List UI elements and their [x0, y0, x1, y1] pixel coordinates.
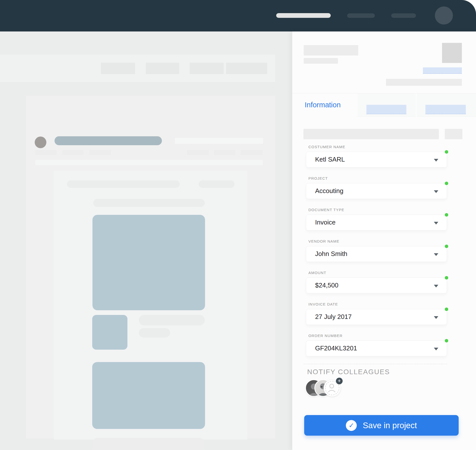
- document-meta-placeholder: [35, 150, 57, 155]
- panel-tabs: Information: [292, 93, 476, 117]
- document-line-placeholder: [35, 160, 263, 165]
- chevron-down-icon: [434, 316, 438, 319]
- valid-indicator-dot: [445, 213, 448, 217]
- header-thumbnail-placeholder: [442, 43, 462, 63]
- plus-icon: +: [336, 378, 343, 384]
- nav-item-placeholder[interactable]: [347, 13, 375, 18]
- document-meta-placeholder: [187, 150, 209, 155]
- document-toolbar: [0, 55, 275, 82]
- document-body: [54, 171, 247, 440]
- customer-name-select[interactable]: Ketl SARL: [306, 152, 447, 168]
- toolbar-placeholder: [190, 63, 224, 74]
- chevron-down-icon: [434, 348, 438, 350]
- app-window: Information COSTUMER NAME Ketl SARL PROJ…: [0, 0, 476, 450]
- document-workspace: [0, 31, 292, 450]
- field-label: ORDER NUMBER: [306, 334, 461, 338]
- text-line-placeholder: [199, 180, 235, 188]
- valid-indicator-dot: [445, 276, 448, 280]
- text-line-placeholder: [93, 199, 205, 207]
- form-group-amount: AMOUNT $24,500: [306, 271, 461, 300]
- details-side-panel: Information COSTUMER NAME Ketl SARL PROJ…: [292, 31, 476, 450]
- panel-header: [292, 31, 476, 93]
- header-link-placeholder[interactable]: [423, 67, 462, 74]
- thumbnail-placeholder: [92, 315, 127, 350]
- toolbar-placeholder: [146, 63, 179, 74]
- field-label: VENDOR NAME: [306, 239, 461, 243]
- add-colleague-button[interactable]: +: [324, 379, 341, 397]
- progress-bar-placeholder: [303, 129, 439, 139]
- tab-placeholder-2[interactable]: [358, 93, 416, 117]
- user-avatar[interactable]: [435, 6, 453, 25]
- document-type-value: Invoice: [315, 219, 335, 226]
- order-number-select[interactable]: GF204KL3201: [306, 340, 447, 356]
- invoice-date-value: 27 July 2017: [315, 313, 352, 321]
- top-navigation-bar: [0, 0, 476, 31]
- form-group-vendor-name: VENDOR NAME John Smith: [306, 239, 461, 269]
- form-group-document-type: DOCUMENT TYPE Invoice: [306, 208, 461, 237]
- notify-colleagues-heading: NOTIFY COLLEAGUES: [307, 368, 390, 376]
- order-number-value: GF204KL3201: [315, 344, 357, 352]
- amount-value: $24,500: [315, 281, 338, 289]
- save-button-label: Save in project: [363, 421, 417, 430]
- field-label: COSTUMER NAME: [306, 145, 461, 149]
- valid-indicator-dot: [445, 150, 448, 154]
- project-value: Accouting: [315, 187, 343, 195]
- text-line-placeholder: [139, 328, 170, 338]
- field-label: INVOICE DATE: [306, 302, 461, 306]
- valid-indicator-dot: [445, 308, 448, 311]
- document-title-placeholder: [55, 136, 162, 145]
- toolbar-placeholder: [226, 63, 267, 74]
- section-divider: [304, 364, 447, 364]
- amount-select[interactable]: $24,500: [306, 278, 447, 293]
- chevron-down-icon: [434, 159, 438, 162]
- toolbar-placeholder: [101, 63, 135, 74]
- invoice-date-select[interactable]: 27 July 2017: [306, 309, 447, 325]
- text-line-placeholder: [139, 315, 205, 325]
- field-label: AMOUNT: [306, 271, 461, 275]
- tab-label-placeholder: [425, 105, 466, 114]
- valid-indicator-dot: [445, 182, 448, 185]
- document-meta-placeholder: [62, 150, 84, 155]
- document-meta-placeholder: [89, 150, 111, 155]
- nav-item-active-placeholder[interactable]: [276, 13, 331, 18]
- tab-information[interactable]: Information: [292, 93, 357, 117]
- document-type-select[interactable]: Invoice: [306, 215, 447, 230]
- document-avatar-placeholder: [35, 137, 46, 148]
- save-in-project-button[interactable]: ✓ Save in project: [304, 415, 459, 436]
- document-meta-placeholder: [241, 150, 263, 155]
- project-select[interactable]: Accouting: [306, 183, 447, 199]
- document-page-preview: [26, 96, 275, 439]
- form-group-project: PROJECT Accouting: [306, 176, 461, 206]
- form-group-order-number: ORDER NUMBER GF204KL3201: [306, 334, 461, 363]
- text-block-placeholder: [93, 438, 204, 450]
- image-block-placeholder: [92, 362, 205, 429]
- vendor-name-select[interactable]: John Smith: [306, 246, 447, 262]
- text-line-placeholder: [67, 180, 180, 188]
- document-line-placeholder: [175, 138, 263, 144]
- form-group-invoice-date: INVOICE DATE 27 July 2017: [306, 302, 461, 332]
- header-subtitle-placeholder: [304, 58, 338, 64]
- customer-name-value: Ketl SARL: [315, 156, 345, 163]
- tab-label-placeholder: [366, 105, 406, 114]
- valid-indicator-dot: [445, 245, 448, 248]
- header-title-placeholder: [304, 45, 358, 56]
- chevron-down-icon: [434, 285, 438, 287]
- check-circle-icon: ✓: [346, 420, 357, 431]
- form-group-customer-name: COSTUMER NAME Ketl SARL: [306, 145, 461, 174]
- tab-information-label: Information: [305, 101, 341, 109]
- header-line-placeholder: [386, 79, 462, 86]
- tab-placeholder-3[interactable]: [417, 93, 476, 117]
- chevron-down-icon: [434, 253, 438, 256]
- image-block-placeholder: [92, 215, 205, 310]
- chevron-down-icon: [434, 190, 438, 193]
- nav-item-placeholder[interactable]: [391, 13, 416, 18]
- valid-indicator-dot: [445, 339, 448, 342]
- progress-value-placeholder: [445, 129, 462, 139]
- chevron-down-icon: [434, 222, 438, 225]
- field-label: DOCUMENT TYPE: [306, 208, 461, 212]
- vendor-name-value: John Smith: [315, 250, 347, 258]
- field-label: PROJECT: [306, 176, 461, 180]
- document-meta-placeholder: [214, 150, 235, 155]
